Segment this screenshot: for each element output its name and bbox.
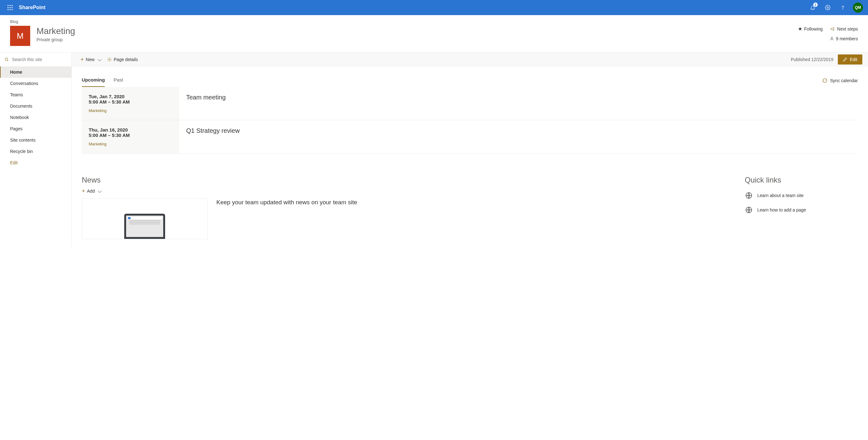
next-steps-label: Next steps — [837, 26, 858, 31]
site-header: Blog M Marketing Private group ★ Followi… — [0, 15, 868, 53]
event-date: Thu, Jan 16, 2020 — [89, 127, 172, 133]
event-row[interactable]: Tue, Jan 7, 2020 5:00 AM – 5:30 AM Marke… — [82, 87, 858, 120]
svg-rect-1 — [10, 5, 11, 6]
quicklinks-heading: Quick links — [745, 176, 858, 184]
svg-point-10 — [842, 9, 843, 9]
event-date: Tue, Jan 7, 2020 — [89, 94, 172, 99]
site-title: Marketing — [36, 26, 798, 36]
suite-bar: SharePoint 2 QM — [0, 0, 868, 15]
quicklink-label: Learn how to add a page — [757, 207, 806, 212]
app-launcher-button[interactable] — [2, 0, 18, 15]
tab-past[interactable]: Past — [114, 74, 123, 87]
app-name[interactable]: SharePoint — [18, 5, 45, 10]
svg-point-11 — [831, 37, 833, 39]
sync-calendar-button[interactable]: Sync calendar — [823, 78, 858, 83]
settings-button[interactable] — [820, 0, 835, 15]
svg-point-12 — [5, 58, 7, 60]
help-button[interactable] — [835, 0, 850, 15]
event-row[interactable]: Thu, Jan 16, 2020 5:00 AM – 5:30 AM Mark… — [82, 120, 858, 154]
published-status: Published 12/22/2019 — [790, 57, 837, 62]
following-button[interactable]: ★ Following — [798, 26, 823, 32]
globe-icon — [745, 192, 753, 200]
svg-point-14 — [109, 59, 110, 60]
nav-item-site-contents[interactable]: Site contents — [0, 135, 71, 146]
nav-item-notebook[interactable]: Notebook — [0, 112, 71, 123]
event-category[interactable]: Marketing — [89, 142, 172, 146]
svg-point-9 — [827, 7, 829, 8]
event-category[interactable]: Marketing — [89, 108, 172, 113]
notifications-button[interactable]: 2 — [805, 0, 820, 15]
members-button[interactable]: 9 members — [830, 36, 858, 41]
news-teaser: Keep your team updated with news on your… — [216, 198, 357, 206]
new-label: New — [86, 57, 95, 62]
svg-rect-7 — [10, 9, 11, 10]
event-time: 5:00 AM – 5:30 AM — [89, 133, 172, 138]
news-add-label: Add — [87, 188, 95, 194]
notification-count: 2 — [813, 2, 818, 7]
main-content: Upcoming Past Sync calendar Tue, Jan 7, … — [72, 66, 868, 247]
edit-label: Edit — [850, 57, 857, 62]
svg-rect-8 — [12, 9, 12, 10]
svg-rect-6 — [7, 9, 8, 10]
next-steps-button[interactable]: Next steps — [830, 26, 858, 31]
star-icon: ★ — [798, 26, 802, 32]
person-icon — [830, 36, 834, 41]
svg-rect-2 — [12, 5, 12, 6]
nav-item-conversations[interactable]: Conversations — [0, 78, 71, 89]
globe-icon — [745, 206, 753, 214]
blog-link[interactable]: Blog — [10, 19, 18, 24]
nav-item-teams[interactable]: Teams — [0, 89, 71, 100]
members-label: 9 members — [836, 36, 858, 41]
site-subtitle: Private group — [36, 37, 798, 42]
svg-rect-3 — [7, 7, 8, 8]
new-button[interactable]: + New — [78, 53, 104, 66]
left-nav: Home Conversations Teams Documents Noteb… — [0, 66, 72, 247]
page-details-label: Page details — [114, 57, 138, 62]
chevron-down-icon — [97, 57, 101, 62]
help-icon — [840, 5, 846, 10]
news-add-button[interactable]: + Add — [82, 188, 719, 194]
quicklink-item[interactable]: Learn how to add a page — [745, 203, 858, 217]
nav-item-pages[interactable]: Pages — [0, 123, 71, 135]
event-title: Team meeting — [186, 94, 226, 101]
events-tabs: Upcoming Past — [82, 74, 123, 87]
site-logo[interactable]: M — [10, 26, 30, 46]
svg-line-13 — [7, 60, 8, 61]
plus-icon: + — [81, 57, 84, 62]
quicklink-item[interactable]: Learn about a team site — [745, 188, 858, 203]
sync-label: Sync calendar — [830, 78, 858, 83]
gear-icon — [107, 57, 112, 62]
nav-item-documents[interactable]: Documents — [0, 100, 71, 112]
waffle-icon — [7, 5, 12, 10]
svg-rect-5 — [12, 7, 12, 8]
sync-icon — [823, 78, 828, 83]
following-label: Following — [804, 26, 823, 31]
quicklink-label: Learn about a team site — [757, 193, 804, 198]
event-title: Q1 Strategy review — [186, 127, 240, 135]
pencil-icon — [843, 57, 847, 62]
command-bar: + New Page details Published 12/22/2019 … — [72, 53, 868, 66]
search-icon — [4, 57, 9, 62]
user-avatar[interactable]: QM — [853, 2, 863, 12]
chevron-down-icon — [97, 188, 101, 194]
search-box[interactable] — [0, 53, 72, 66]
event-time: 5:00 AM – 5:30 AM — [89, 99, 172, 105]
nav-item-recycle-bin[interactable]: Recycle bin — [0, 146, 71, 157]
plus-icon: + — [82, 188, 85, 194]
page-details-button[interactable]: Page details — [104, 53, 141, 66]
search-input[interactable] — [12, 57, 67, 62]
gear-icon — [825, 5, 831, 10]
nav-item-home[interactable]: Home — [0, 66, 71, 78]
tab-upcoming[interactable]: Upcoming — [82, 74, 105, 87]
edit-page-button[interactable]: Edit — [838, 54, 862, 64]
command-area: + New Page details Published 12/22/2019 … — [0, 53, 868, 66]
svg-rect-4 — [10, 7, 11, 8]
news-heading: News — [82, 176, 719, 184]
nav-edit-link[interactable]: Edit — [0, 157, 71, 168]
svg-rect-0 — [7, 5, 8, 6]
megaphone-icon — [830, 27, 835, 31]
news-placeholder-image — [82, 198, 208, 239]
